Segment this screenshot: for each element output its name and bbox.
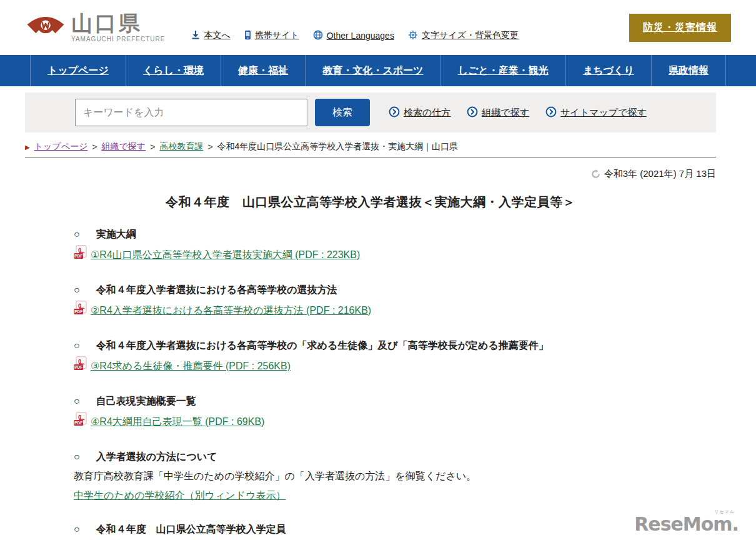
utility-link[interactable]: 文字サイズ・背景色変更 bbox=[408, 30, 519, 42]
section-link-row: PDF④R4大綱用自己表現一覧 (PDF : 69KB) bbox=[74, 412, 716, 431]
down-arrow-icon bbox=[191, 30, 200, 41]
nav-item[interactable]: しごと・産業・観光 bbox=[440, 55, 565, 86]
watermark-logo: ReseMom. bbox=[634, 513, 739, 535]
section-link-row: PDF②R4入学者選抜における各高等学校の選抜方法 (PDF : 216KB) bbox=[74, 301, 716, 320]
search-help-link[interactable]: サイトマップで探す bbox=[545, 106, 647, 119]
section-heading-text: 令和４年度入学者選抜における各高等学校の「求める生徒像」及び「高等学校長が定める… bbox=[96, 338, 549, 353]
section-bullet: ○ bbox=[74, 394, 80, 409]
utility-link[interactable]: 本文へ bbox=[191, 30, 230, 41]
logo-title: 山口県 bbox=[71, 12, 165, 34]
globe-icon bbox=[313, 30, 323, 42]
section-heading-text: 実施大綱 bbox=[96, 227, 136, 242]
site-header: 山口県 YAMAGUCHI PREFECTURE 本文へ携帯サイトOther L… bbox=[0, 0, 756, 55]
section-heading: ○令和４年度入学者選抜における各高等学校の「求める生徒像」及び「高等学校長が定め… bbox=[74, 338, 716, 353]
content-section: ○自己表現実施概要一覧PDF④R4大綱用自己表現一覧 (PDF : 69KB) bbox=[74, 394, 716, 431]
refresh-icon bbox=[591, 169, 600, 179]
content-section: ○実施大綱PDF①R4山口県公立高等学校入学者選抜実施大綱 (PDF : 223… bbox=[74, 227, 716, 264]
section-bullet: ○ bbox=[74, 227, 80, 242]
search-input[interactable] bbox=[75, 99, 307, 126]
updated-date-text: 令和3年 (2021年) 7月 13日 bbox=[604, 168, 716, 180]
nav-item[interactable]: くらし・環境 bbox=[126, 55, 221, 86]
section-heading-text: 令和４年度 山口県公立高等学校入学定員 bbox=[96, 522, 286, 537]
gear-icon bbox=[408, 30, 418, 42]
pdf-download-link[interactable]: ③R4求める生徒像・推薦要件 (PDF : 256KB) bbox=[91, 358, 291, 374]
search-help-link-label: サイトマップで探す bbox=[560, 107, 647, 119]
svg-text:PDF: PDF bbox=[74, 421, 82, 425]
breadcrumb-link[interactable]: 組織で探す bbox=[102, 141, 146, 152]
section-heading-text: 入学者選抜の方法について bbox=[96, 449, 217, 464]
section-bullet: ○ bbox=[74, 338, 80, 353]
main-content: ○実施大綱PDF①R4山口県公立高等学校入学者選抜実施大綱 (PDF : 223… bbox=[74, 227, 716, 540]
pdf-icon: PDF bbox=[74, 412, 87, 431]
section-heading-text: 自己表現実施概要一覧 bbox=[96, 394, 196, 409]
nav-item[interactable]: 健康・福祉 bbox=[221, 55, 305, 86]
nav-item[interactable]: まちづくり bbox=[565, 55, 651, 86]
nav-item[interactable]: 教育・文化・スポーツ bbox=[305, 55, 440, 86]
circle-arrow-icon bbox=[467, 106, 478, 119]
yamaguchi-emblem-icon bbox=[26, 11, 65, 44]
content-section: ○令和４年度入学者選抜における各高等学校の選抜方法PDF②R4入学者選抜における… bbox=[74, 282, 716, 320]
utility-link-label: 携帯サイト bbox=[255, 30, 299, 41]
search-band: 検索 検索の仕方組織で探すサイトマップで探す bbox=[25, 92, 716, 132]
mobile-icon bbox=[244, 30, 251, 42]
breadcrumb-link[interactable]: トップページ bbox=[34, 141, 88, 152]
breadcrumb-separator: > bbox=[150, 142, 155, 152]
search-help-links: 検索の仕方組織で探すサイトマップで探す bbox=[389, 106, 647, 119]
utility-links: 本文へ携帯サイトOther Languages文字サイズ・背景色変更 bbox=[191, 30, 519, 42]
search-help-link[interactable]: 組織で探す bbox=[467, 106, 529, 119]
utility-link[interactable]: 携帯サイト bbox=[244, 30, 299, 42]
breadcrumb-marker-icon: ▶ bbox=[25, 144, 30, 151]
search-help-link[interactable]: 検索の仕方 bbox=[389, 106, 450, 119]
utility-link-label: 文字サイズ・背景色変更 bbox=[422, 30, 519, 41]
section-body-text: 教育庁高校教育課「中学生のための学校紹介」の「入学者選抜の方法」を御覧ください。 bbox=[74, 468, 716, 484]
svg-text:PDF: PDF bbox=[74, 309, 82, 314]
section-heading: ○令和４年度入学者選抜における各高等学校の選抜方法 bbox=[74, 282, 716, 298]
section-bullet: ○ bbox=[74, 449, 80, 464]
pdf-icon: PDF bbox=[74, 301, 87, 320]
content-section: ○入学者選抜の方法について教育庁高校教育課「中学生のための学校紹介」の「入学者選… bbox=[74, 449, 716, 504]
external-link[interactable]: 中学生のための学校紹介（別ウィンドウ表示） bbox=[74, 488, 286, 504]
breadcrumb-divider bbox=[25, 158, 716, 158]
prefecture-logo[interactable]: 山口県 YAMAGUCHI PREFECTURE bbox=[26, 11, 165, 44]
breadcrumb: ▶トップページ>組織で探す>高校教育課>令和4年度山口県公立高等学校入学者選抜・… bbox=[25, 141, 716, 152]
section-heading: ○自己表現実施概要一覧 bbox=[74, 394, 716, 409]
pdf-icon: PDF bbox=[74, 356, 87, 376]
section-link-row: PDF③R4求める生徒像・推薦要件 (PDF : 256KB) bbox=[74, 356, 716, 376]
pdf-download-link[interactable]: ①R4山口県公立高等学校入学者選抜実施大綱 (PDF : 223KB) bbox=[91, 247, 360, 263]
search-button[interactable]: 検索 bbox=[315, 99, 370, 126]
section-heading: ○実施大綱 bbox=[74, 227, 716, 242]
section-bullet: ○ bbox=[74, 522, 80, 537]
content-section: ○令和４年度入学者選抜における各高等学校の「求める生徒像」及び「高等学校長が定め… bbox=[74, 338, 716, 376]
breadcrumb-separator: > bbox=[92, 142, 97, 152]
pdf-icon: PDF bbox=[74, 245, 87, 264]
section-heading: ○入学者選抜の方法について bbox=[74, 449, 716, 464]
pdf-download-link[interactable]: ④R4大綱用自己表現一覧 (PDF : 69KB) bbox=[91, 414, 264, 430]
content-section: ○令和４年度 山口県公立高等学校入学定員次の添付ファイルを御覧ください。PDFR… bbox=[74, 522, 716, 540]
nav-item[interactable]: トップページ bbox=[30, 55, 126, 86]
section-link-row: 中学生のための学校紹介（別ウィンドウ表示） bbox=[74, 488, 716, 504]
search-help-link-label: 検索の仕方 bbox=[404, 107, 450, 119]
utility-link-label: Other Languages bbox=[327, 31, 394, 41]
section-link-row: PDF①R4山口県公立高等学校入学者選抜実施大綱 (PDF : 223KB) bbox=[74, 245, 716, 264]
emergency-info-button[interactable]: 防災・災害情報 bbox=[629, 14, 731, 42]
breadcrumb-separator: > bbox=[207, 142, 212, 152]
logo-subtitle: YAMAGUCHI PREFECTURE bbox=[71, 36, 165, 42]
circle-arrow-icon bbox=[389, 106, 400, 119]
breadcrumb-current: 令和4年度山口県公立高等学校入学者選抜・実施大綱｜山口県 bbox=[217, 141, 459, 152]
svg-text:PDF: PDF bbox=[74, 365, 82, 369]
nav-item[interactable]: 県政情報 bbox=[651, 55, 726, 86]
global-nav: トップページくらし・環境健康・福祉教育・文化・スポーツしごと・産業・観光まちづく… bbox=[0, 55, 756, 86]
section-heading-text: 令和４年度入学者選抜における各高等学校の選抜方法 bbox=[96, 282, 337, 298]
utility-link[interactable]: Other Languages bbox=[313, 30, 394, 42]
resemom-watermark: リセマム ReseMom. bbox=[634, 509, 739, 534]
pdf-download-link[interactable]: ②R4入学者選抜における各高等学校の選抜方法 (PDF : 216KB) bbox=[91, 302, 371, 319]
breadcrumb-link[interactable]: 高校教育課 bbox=[159, 141, 203, 152]
page-title: 令和４年度 山口県公立高等学校入学者選抜＜実施大綱・入学定員等＞ bbox=[25, 194, 716, 211]
section-bullet: ○ bbox=[74, 282, 80, 298]
updated-date: 令和3年 (2021年) 7月 13日 bbox=[25, 168, 716, 180]
svg-text:PDF: PDF bbox=[74, 254, 82, 258]
section-heading: ○令和４年度 山口県公立高等学校入学定員 bbox=[74, 522, 716, 537]
search-help-link-label: 組織で探す bbox=[482, 107, 529, 119]
utility-link-label: 本文へ bbox=[204, 30, 230, 41]
circle-arrow-icon bbox=[545, 106, 557, 119]
